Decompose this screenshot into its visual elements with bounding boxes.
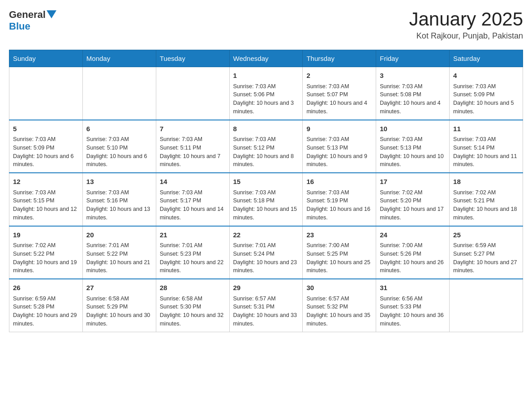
logo-triangle-icon	[47, 10, 56, 18]
day-info-line: Sunrise: 7:01 AM	[86, 241, 152, 250]
weekday-header-sunday: Sunday	[9, 50, 83, 67]
day-number: 26	[13, 283, 79, 293]
day-info-line: Sunset: 5:32 PM	[306, 303, 372, 311]
day-info-line: Daylight: 10 hours and 33 minutes.	[233, 311, 299, 328]
day-number: 13	[86, 177, 152, 187]
day-info-line: Daylight: 10 hours and 26 minutes.	[380, 258, 446, 275]
calendar-day-29: 29Sunrise: 6:57 AMSunset: 5:31 PMDayligh…	[229, 279, 303, 332]
day-info-line: Daylight: 10 hours and 27 minutes.	[453, 258, 519, 275]
day-info-line: Daylight: 10 hours and 10 minutes.	[380, 152, 446, 169]
page-header: General Blue January 2025 Kot Rajkour, P…	[9, 9, 523, 41]
day-info-line: Sunrise: 6:59 AM	[13, 295, 79, 303]
location: Kot Rajkour, Punjab, Pakistan	[409, 31, 523, 41]
day-number: 12	[13, 177, 79, 187]
day-number: 15	[233, 177, 299, 187]
day-number: 29	[233, 283, 299, 293]
day-info-line: Sunrise: 7:03 AM	[233, 135, 299, 144]
day-number: 24	[380, 230, 446, 240]
calendar-day-6: 6Sunrise: 7:03 AMSunset: 5:10 PMDaylight…	[82, 120, 156, 173]
calendar-day-11: 11Sunrise: 7:03 AMSunset: 5:14 PMDayligh…	[450, 120, 523, 173]
day-info-line: Daylight: 10 hours and 36 minutes.	[380, 311, 446, 328]
calendar-day-4: 4Sunrise: 7:03 AMSunset: 5:09 PMDaylight…	[450, 67, 523, 120]
day-info-line: Daylight: 10 hours and 14 minutes.	[160, 205, 226, 222]
month-title: January 2025	[409, 9, 523, 30]
day-info-line: Sunrise: 7:03 AM	[160, 188, 226, 197]
calendar-day-15: 15Sunrise: 7:03 AMSunset: 5:18 PMDayligh…	[229, 173, 303, 226]
day-info-line: Sunrise: 6:57 AM	[306, 295, 372, 303]
calendar-day-30: 30Sunrise: 6:57 AMSunset: 5:32 PMDayligh…	[303, 279, 376, 332]
day-info-line: Daylight: 10 hours and 8 minutes.	[233, 152, 299, 169]
day-number: 14	[160, 177, 226, 187]
day-info-line: Sunrise: 7:03 AM	[233, 188, 299, 197]
day-info-line: Sunset: 5:20 PM	[380, 197, 446, 205]
day-info-line: Daylight: 10 hours and 11 minutes.	[453, 152, 519, 169]
empty-cell	[156, 67, 229, 120]
day-info-line: Sunrise: 6:56 AM	[380, 295, 446, 303]
day-number: 22	[233, 230, 299, 240]
calendar-day-8: 8Sunrise: 7:03 AMSunset: 5:12 PMDaylight…	[229, 120, 303, 173]
calendar-day-27: 27Sunrise: 6:58 AMSunset: 5:29 PMDayligh…	[82, 279, 156, 332]
day-info-line: Sunset: 5:14 PM	[453, 144, 519, 152]
calendar-day-21: 21Sunrise: 7:01 AMSunset: 5:23 PMDayligh…	[156, 226, 229, 279]
day-info-line: Sunrise: 7:03 AM	[453, 82, 519, 91]
day-info-line: Daylight: 10 hours and 25 minutes.	[306, 258, 372, 275]
day-number: 18	[453, 177, 519, 187]
day-info-line: Sunrise: 6:59 AM	[453, 241, 519, 250]
day-info-line: Daylight: 10 hours and 29 minutes.	[13, 311, 79, 328]
day-info-line: Sunrise: 7:03 AM	[160, 135, 226, 144]
day-number: 9	[306, 124, 372, 134]
day-number: 23	[306, 230, 372, 240]
calendar-day-13: 13Sunrise: 7:03 AMSunset: 5:16 PMDayligh…	[82, 173, 156, 226]
calendar-day-26: 26Sunrise: 6:59 AMSunset: 5:28 PMDayligh…	[9, 279, 83, 332]
day-info-line: Sunset: 5:07 PM	[306, 90, 372, 99]
calendar-week-row: 5Sunrise: 7:03 AMSunset: 5:09 PMDaylight…	[9, 120, 523, 173]
day-number: 31	[380, 283, 446, 293]
calendar-day-18: 18Sunrise: 7:02 AMSunset: 5:21 PMDayligh…	[450, 173, 523, 226]
day-number: 25	[453, 230, 519, 240]
day-number: 21	[160, 230, 226, 240]
day-number: 5	[13, 124, 79, 134]
day-info-line: Sunrise: 7:02 AM	[380, 188, 446, 197]
empty-cell	[82, 67, 156, 120]
calendar-day-1: 1Sunrise: 7:03 AMSunset: 5:06 PMDaylight…	[229, 67, 303, 120]
day-number: 30	[306, 283, 372, 293]
day-number: 11	[453, 124, 519, 134]
day-number: 2	[306, 71, 372, 81]
day-info-line: Sunrise: 7:03 AM	[86, 135, 152, 144]
day-number: 20	[86, 230, 152, 240]
weekday-header-monday: Monday	[82, 50, 156, 67]
weekday-header-wednesday: Wednesday	[229, 50, 303, 67]
day-info-line: Sunrise: 7:03 AM	[233, 82, 299, 91]
day-info-line: Daylight: 10 hours and 21 minutes.	[86, 258, 152, 275]
day-info-line: Daylight: 10 hours and 16 minutes.	[306, 205, 372, 222]
calendar-day-23: 23Sunrise: 7:00 AMSunset: 5:25 PMDayligh…	[303, 226, 376, 279]
day-info-line: Sunrise: 6:57 AM	[233, 295, 299, 303]
day-info-line: Sunrise: 7:03 AM	[306, 188, 372, 197]
day-info-line: Sunset: 5:15 PM	[13, 197, 79, 205]
day-info-line: Sunrise: 7:03 AM	[453, 135, 519, 144]
calendar-day-22: 22Sunrise: 7:01 AMSunset: 5:24 PMDayligh…	[229, 226, 303, 279]
day-info-line: Daylight: 10 hours and 19 minutes.	[13, 258, 79, 275]
day-info-line: Sunrise: 7:03 AM	[86, 188, 152, 197]
day-number: 10	[380, 124, 446, 134]
calendar-day-3: 3Sunrise: 7:03 AMSunset: 5:08 PMDaylight…	[376, 67, 450, 120]
day-number: 28	[160, 283, 226, 293]
day-info-line: Sunset: 5:09 PM	[453, 90, 519, 99]
calendar-day-25: 25Sunrise: 6:59 AMSunset: 5:27 PMDayligh…	[450, 226, 523, 279]
day-info-line: Sunset: 5:22 PM	[13, 250, 79, 258]
day-info-line: Sunset: 5:11 PM	[160, 144, 226, 152]
day-number: 3	[380, 71, 446, 81]
calendar-day-16: 16Sunrise: 7:03 AMSunset: 5:19 PMDayligh…	[303, 173, 376, 226]
day-info-line: Daylight: 10 hours and 23 minutes.	[233, 258, 299, 275]
empty-cell	[9, 67, 83, 120]
weekday-header-friday: Friday	[376, 50, 450, 67]
day-info-line: Daylight: 10 hours and 6 minutes.	[86, 152, 152, 169]
day-number: 27	[86, 283, 152, 293]
day-info-line: Daylight: 10 hours and 12 minutes.	[13, 205, 79, 222]
day-info-line: Sunset: 5:31 PM	[233, 303, 299, 311]
day-info-line: Sunrise: 7:03 AM	[306, 82, 372, 91]
day-info-line: Sunset: 5:33 PM	[380, 303, 446, 311]
logo-blue-text: Blue	[9, 21, 30, 32]
day-info-line: Sunrise: 7:03 AM	[380, 82, 446, 91]
day-info-line: Daylight: 10 hours and 15 minutes.	[233, 205, 299, 222]
